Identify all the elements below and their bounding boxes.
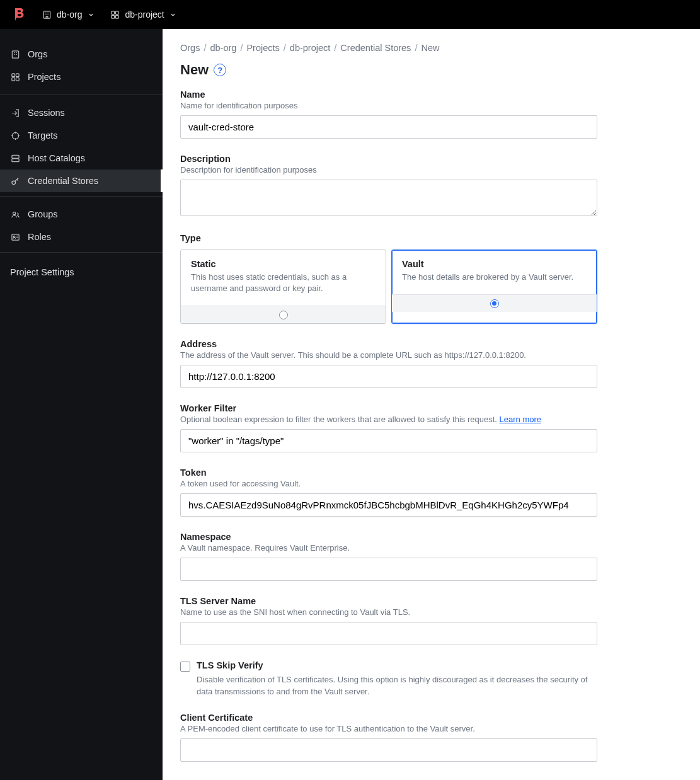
type-static-title: Static: [191, 259, 376, 269]
description-hint: Description for identification purposes: [180, 165, 597, 175]
chevron-down-icon: [87, 11, 95, 18]
tls-skip-verify-desc: Disable verification of TLS certificates…: [197, 674, 597, 697]
sidebar-item-orgs[interactable]: Orgs: [0, 43, 163, 66]
svg-rect-4: [115, 15, 118, 18]
type-static-desc: This host uses static credentials, such …: [191, 272, 376, 294]
namespace-hint: A Vault namespace. Requires Vault Enterp…: [180, 543, 597, 553]
org-selector[interactable]: db-org: [42, 9, 95, 20]
crumb-current: New: [421, 43, 439, 53]
namespace-input[interactable]: [180, 558, 597, 581]
type-option-vault[interactable]: Vault The host details are brokered by a…: [391, 249, 597, 324]
namespace-label: Namespace: [180, 532, 597, 542]
sidebar-item-host-catalogs[interactable]: Host Catalogs: [0, 147, 163, 169]
svg-point-14: [13, 212, 15, 214]
address-label: Address: [180, 339, 597, 349]
sidebar-item-groups[interactable]: Groups: [0, 203, 163, 226]
sidebar: Orgs Projects Sessions Targets: [0, 29, 163, 780]
sidebar-item-sessions[interactable]: Sessions: [0, 101, 163, 124]
grid-icon: [110, 9, 120, 20]
sidebar-item-project-settings[interactable]: Project Settings: [0, 259, 163, 282]
page-title: New ?: [180, 62, 682, 78]
sidebar-item-label: Credential Stores: [28, 176, 98, 186]
token-input[interactable]: [180, 493, 597, 517]
learn-more-link[interactable]: Learn more: [500, 415, 541, 424]
building-icon: [42, 9, 52, 20]
svg-point-10: [12, 132, 18, 139]
client-cert-hint: A PEM-encoded client certificate to use …: [180, 724, 597, 733]
field-tls-server-name: TLS Server Name Name to use as the SNI h…: [180, 596, 597, 645]
description-label: Description: [180, 154, 597, 164]
field-token: Token A token used for accessing Vault.: [180, 467, 597, 517]
svg-rect-6: [11, 73, 14, 76]
client-cert-label: Client Certificate: [180, 713, 597, 723]
enter-icon: [10, 108, 20, 118]
field-address: Address The address of the Vault server.…: [180, 339, 597, 388]
svg-rect-2: [115, 11, 118, 14]
tls-server-name-input[interactable]: [180, 622, 597, 645]
crumb-org[interactable]: db-org: [210, 43, 236, 53]
page-title-text: New: [180, 62, 209, 78]
svg-rect-7: [16, 73, 19, 76]
target-icon: [10, 130, 20, 141]
name-hint: Name for identification purposes: [180, 101, 597, 110]
svg-rect-9: [16, 77, 19, 81]
tls-server-name-hint: Name to use as the SNI host when connect…: [180, 607, 597, 617]
svg-rect-5: [12, 50, 18, 57]
client-cert-input[interactable]: [180, 738, 597, 762]
building-icon: [10, 49, 20, 59]
name-input[interactable]: [180, 115, 597, 139]
field-tls-skip-verify: TLS Skip Verify Disable verification of …: [180, 660, 597, 697]
svg-rect-1: [112, 11, 115, 14]
sidebar-item-label: Orgs: [28, 49, 47, 59]
server-icon: [10, 153, 20, 163]
sidebar-item-label: Project Settings: [10, 267, 74, 277]
sidebar-item-label: Sessions: [28, 108, 65, 118]
sidebar-item-label: Targets: [28, 130, 58, 141]
field-description: Description Description for identificati…: [180, 154, 597, 218]
org-name: db-org: [57, 9, 82, 20]
crumb-projects[interactable]: Projects: [246, 43, 279, 53]
id-icon: [10, 232, 20, 242]
field-namespace: Namespace A Vault namespace. Requires Va…: [180, 532, 597, 581]
sidebar-item-label: Projects: [28, 72, 60, 82]
svg-rect-12: [11, 158, 18, 161]
tls-skip-verify-label: TLS Skip Verify: [197, 660, 263, 670]
breadcrumb: Orgs/ db-org/ Projects/ db-project/ Cred…: [180, 43, 682, 53]
radio-icon: [279, 311, 288, 319]
token-hint: A token used for accessing Vault.: [180, 479, 597, 488]
type-vault-title: Vault: [402, 259, 587, 269]
name-label: Name: [180, 89, 597, 100]
svg-rect-8: [11, 77, 14, 81]
svg-rect-0: [43, 11, 50, 18]
sidebar-item-targets[interactable]: Targets: [0, 124, 163, 147]
help-icon[interactable]: ?: [214, 64, 226, 76]
tls-server-name-label: TLS Server Name: [180, 596, 597, 606]
crumb-orgs[interactable]: Orgs: [180, 43, 200, 53]
project-name: db-project: [125, 9, 164, 20]
crumb-credential-stores[interactable]: Credential Stores: [340, 43, 411, 53]
boundary-logo-icon: [11, 7, 26, 22]
project-selector[interactable]: db-project: [110, 9, 176, 20]
svg-point-16: [13, 236, 14, 237]
key-icon: [10, 176, 20, 186]
worker-filter-hint: Optional boolean expression to filter th…: [180, 415, 597, 424]
radio-icon: [490, 299, 499, 308]
field-name: Name Name for identification purposes: [180, 89, 597, 139]
sidebar-item-roles[interactable]: Roles: [0, 226, 163, 248]
sidebar-item-label: Groups: [28, 209, 58, 219]
address-input[interactable]: [180, 365, 597, 388]
tls-skip-verify-checkbox[interactable]: [180, 662, 190, 672]
worker-filter-input[interactable]: [180, 429, 597, 452]
sidebar-item-credential-stores[interactable]: Credential Stores: [0, 169, 163, 192]
svg-rect-11: [11, 155, 18, 158]
type-option-static[interactable]: Static This host uses static credentials…: [180, 249, 386, 324]
chevron-down-icon: [169, 11, 177, 18]
svg-rect-3: [112, 15, 115, 18]
field-type: Type Static This host uses static creden…: [180, 233, 597, 324]
users-icon: [10, 209, 20, 219]
crumb-project[interactable]: db-project: [290, 43, 330, 53]
sidebar-item-label: Roles: [28, 232, 51, 242]
sidebar-item-projects[interactable]: Projects: [0, 66, 163, 88]
description-input[interactable]: [180, 180, 597, 216]
token-label: Token: [180, 467, 597, 478]
